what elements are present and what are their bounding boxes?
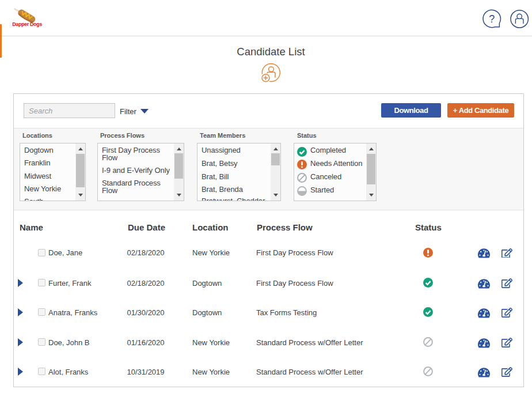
svg-text:?: ? <box>489 13 495 25</box>
